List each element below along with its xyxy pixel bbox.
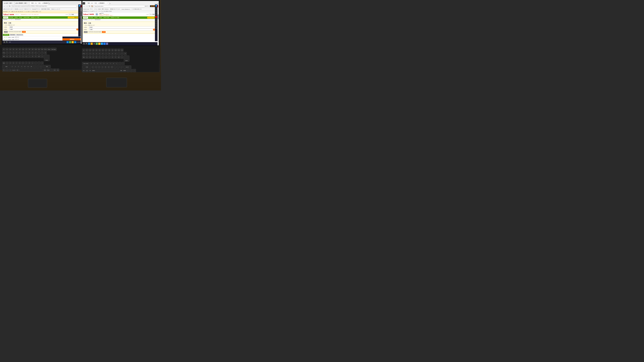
left-key-h[interactable]: H <box>22 61 24 65</box>
right-bm-more[interactable]: >> その他のお気に入り <box>132 8 142 10</box>
left-bing-tool[interactable]: B <box>78 5 80 7</box>
right-key-at[interactable]: @ <box>118 55 120 59</box>
left-key-k[interactable]: K <box>28 61 31 65</box>
back-button[interactable]: ← <box>3 5 6 7</box>
left-key-0[interactable]: 0 <box>34 51 37 54</box>
right-nav-timetable[interactable]: 時刻表 <box>98 17 102 18</box>
right-key-1[interactable]: 1 <box>86 52 88 55</box>
left-key-period[interactable]: . <box>36 65 39 68</box>
right-key-hankaku[interactable]: 半/全 <box>82 52 85 55</box>
left-key-8[interactable]: 8 <box>28 51 31 54</box>
right-key-a[interactable]: A <box>90 62 93 65</box>
left-address-box[interactable]: https://transit.yahoo.co.jp/search/resul… <box>11 5 77 7</box>
right-key-z[interactable]: Z <box>91 65 94 69</box>
right-key-y[interactable]: Y <box>102 55 104 59</box>
right-tool-8[interactable] <box>155 25 157 27</box>
left-key-eisu[interactable]: 英数 <box>2 61 5 65</box>
right-key-f3[interactable]: F3 <box>92 48 95 52</box>
right-key-v[interactable]: V <box>101 65 104 69</box>
left-key-c[interactable]: C <box>17 65 20 68</box>
left-key-slash[interactable]: / <box>40 65 42 68</box>
right-search-taskbar[interactable]: 🔍 <box>86 43 88 45</box>
right-bm-jal[interactable]: 国内線 JALスマイルキ... <box>110 8 120 10</box>
right-tool-7[interactable] <box>155 23 157 24</box>
left-key-f6[interactable]: F6 <box>22 48 24 51</box>
left-key-comma[interactable]: , <box>33 65 36 68</box>
left-nav-map[interactable]: 路線図(Yahoo!地図) <box>30 16 40 18</box>
left-key-app[interactable]: ≡ <box>9 68 12 72</box>
left-key-ctrl[interactable]: Ctrl <box>16 68 19 72</box>
right-key-f11[interactable]: F11 <box>118 48 120 52</box>
right-key-4[interactable]: 4 <box>95 52 98 55</box>
right-home-button[interactable]: 🏠 <box>91 5 94 7</box>
right-key-9[interactable]: 9 <box>111 52 114 55</box>
right-refresh-button[interactable]: ↻ <box>88 5 90 7</box>
right-key-r[interactable]: R <box>95 55 98 59</box>
right-key-ctrl[interactable]: Ctrl <box>82 69 85 72</box>
right-key-q[interactable]: Q <box>86 55 88 59</box>
right-key-yen[interactable]: ¥ <box>124 52 127 55</box>
left-key-f7[interactable]: F7 <box>25 48 28 51</box>
right-key-capslock[interactable]: Caps Lock英数 <box>82 62 90 65</box>
left-tool-1[interactable] <box>78 7 80 9</box>
left-tab-transfer[interactable]: 乗換回数順 <box>10 34 16 36</box>
right-twitter-icon[interactable]: T <box>101 43 103 45</box>
left-key-at[interactable]: @ <box>38 55 40 58</box>
left-chrome-icon[interactable]: C <box>69 41 71 43</box>
left-key-del[interactable]: Del <box>56 68 59 72</box>
right-key-f6[interactable]: F6 <box>102 48 104 52</box>
left-nav-history[interactable]: 情報対応履歴 <box>23 16 30 18</box>
bm-import[interactable]: お気に入りのインポート <box>3 8 14 10</box>
right-key-i[interactable]: I <box>108 55 111 59</box>
left-key-caret[interactable]: ^ <box>41 51 44 54</box>
left-tab-3[interactable]: 「東京」から「小浜」への乗換案内 - ... ✕ <box>29 1 48 4</box>
left-key-rbracket[interactable]: ] <box>41 61 44 65</box>
left-key-home[interactable]: Home <box>47 68 50 72</box>
right-key-3[interactable]: 3 <box>92 52 95 55</box>
left-key-e[interactable]: E <box>12 55 15 58</box>
left-nav-timetable[interactable]: 時刻表 <box>18 16 23 18</box>
right-edge-icon[interactable]: E <box>88 43 90 45</box>
bm-yahoo-shop[interactable]: Yahoo!ショッピング <box>51 8 60 10</box>
left-key-f8[interactable]: F8 <box>28 48 31 51</box>
left-help-link[interactable]: ヘルプ <box>65 14 68 15</box>
right-tool-settings[interactable]: ⚙ <box>155 27 157 29</box>
left-search-taskbar[interactable]: 🔍 <box>6 41 8 43</box>
left-key-i[interactable]: I <box>28 55 31 58</box>
right-tool-3[interactable] <box>155 11 157 13</box>
left-key-bracket[interactable]: [ <box>41 55 44 58</box>
right-tool-2[interactable] <box>155 9 157 11</box>
left-key-yen[interactable]: ¥ <box>44 51 47 54</box>
right-address-box[interactable]: https://transit.yahoo... <box>94 5 145 7</box>
right-menu-icon[interactable]: ⋯ <box>148 5 150 7</box>
right-key-katakana[interactable]: カタカナ <box>123 65 131 69</box>
left-key-x[interactable]: X <box>14 65 17 68</box>
right-nav-history[interactable]: 情報対応履歴 <box>103 17 110 18</box>
right-key-t[interactable]: T <box>98 55 101 59</box>
left-key-m[interactable]: M <box>30 65 33 68</box>
left-key-f4[interactable]: F4 <box>15 48 18 51</box>
right-bing-tool[interactable]: B <box>155 5 157 7</box>
left-tool-5[interactable] <box>78 16 80 18</box>
left-key-f1[interactable]: F1 <box>6 48 8 51</box>
left-search-input[interactable] <box>68 14 78 16</box>
right-tool-4[interactable] <box>155 14 157 16</box>
right-key-right[interactable]: → <box>133 69 136 72</box>
left-key-1[interactable]: 1 <box>6 51 8 54</box>
refresh-button[interactable]: ↻ <box>8 5 10 7</box>
left-key-f[interactable]: F <box>15 61 18 65</box>
right-key-m[interactable]: M <box>110 65 114 69</box>
right-key-8[interactable]: 8 <box>108 52 111 55</box>
left-key-pause[interactable]: Pause <box>48 48 51 51</box>
right-key-enter[interactable]: Enter <box>124 55 130 62</box>
left-key-backspace[interactable]: Back Space <box>51 48 56 51</box>
right-key-n[interactable]: N <box>107 65 110 69</box>
right-key-f[interactable]: F <box>99 62 102 65</box>
bm-rakuten[interactable]: 【楽天市場】日本最... <box>41 8 50 10</box>
left-key-p[interactable]: P <box>34 55 37 58</box>
left-key-minus[interactable]: - <box>38 51 40 54</box>
left-key-katamira[interactable]: Kata Mira <box>12 68 16 72</box>
left-tool-3[interactable] <box>78 11 80 13</box>
right-key-tab[interactable]: Tab <box>82 55 85 59</box>
right-chrome-icon[interactable]: C <box>96 43 98 45</box>
